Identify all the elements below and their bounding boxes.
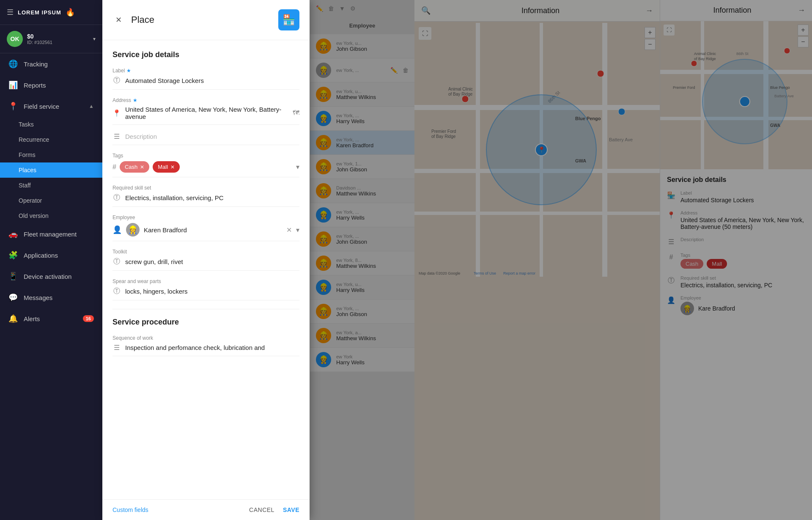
modal-header: ✕ Place 🏪 [102,0,310,40]
description-form-row[interactable]: ☰ Description [112,132,299,145]
employee-field: Employee 👤 👷 Karen Bradford ✕ ▾ [112,215,299,241]
tag-chip-mall: Mall ✕ [153,161,180,173]
spear-wear-row: Ⓣ locks, hingers, lockers [112,287,299,300]
label-field-label: Label ★ [112,68,299,74]
bell-icon: 🔔 [8,314,18,323]
user-info: $0 ID: #102561 [27,33,89,45]
puzzle-icon: 🧩 [8,250,18,260]
footer-actions: CANCEL SAVE [249,506,299,513]
sidebar-item-places[interactable]: Places [0,162,102,178]
device-icon: 📱 [8,272,18,281]
skill-set-label: Required skill set [112,185,299,191]
employee-clear-icon[interactable]: ✕ [286,226,292,234]
sidebar-item-device-activation[interactable]: 📱 Device activation [0,266,102,287]
toolkit-row: Ⓣ screw gun, drill, rivet [112,257,299,271]
chevron-down-icon: ▾ [93,36,96,42]
store-icon: 🏪 [283,14,295,26]
tags-field: Tags # Cash ✕ Mall ✕ ▾ [112,153,299,177]
location-icon: 📍 [8,102,18,111]
employee-avatar: 👷 [126,223,140,237]
logo-emoji: 🔥 [66,8,75,17]
tags-label: Tags [112,153,299,159]
section-divider [112,309,299,309]
service-procedure-title: Service procedure [112,318,299,327]
sequence-row: ☰ Inspection and perfomance check, lubri… [112,344,299,356]
employee-row: 👤 👷 Karen Bradford ✕ ▾ [112,223,299,241]
sidebar-item-messages[interactable]: 💬 Messages [0,287,102,308]
employee-value: Karen Bradford [144,226,282,234]
skill-set-value: Electrics, installation, servicing, PC [125,194,299,201]
employee-dropdown-icon[interactable]: ▾ [296,226,299,234]
avatar: OK [7,31,23,47]
sidebar-item-operator[interactable]: Operator [0,193,102,208]
required-star: ★ [126,68,131,74]
text-icon: Ⓣ [112,76,121,85]
reports-icon: 📊 [8,80,18,90]
map-action-icon[interactable]: 🗺 [293,109,299,117]
address-field: Address ★ 📍 United States of America, Ne… [112,97,299,125]
modal-footer: Custom fields CANCEL SAVE [102,499,310,520]
address-field-label: Address ★ [112,97,299,103]
person-icon: 👤 [112,225,122,234]
toolkit-icon: Ⓣ [112,257,121,266]
messages-icon: 💬 [8,293,18,302]
cancel-button[interactable]: CANCEL [249,506,274,513]
sidebar-item-alerts[interactable]: 🔔 Alerts 16 [0,308,102,329]
user-section[interactable]: OK $0 ID: #102561 ▾ [0,25,102,53]
skill-set-field: Required skill set Ⓣ Electrics, installa… [112,185,299,207]
sidebar-item-fleet-management[interactable]: 🚗 Fleet management [0,223,102,245]
spear-wear-value: locks, hingers, lockers [125,288,299,295]
address-value: United States of America, New York, New … [125,106,288,120]
skill-icon: Ⓣ [112,193,121,202]
sidebar-item-tracking[interactable]: 🌐 Tracking [0,53,102,74]
sidebar-item-recurrence[interactable]: Recurrence [0,132,102,147]
label-form-row: Ⓣ Automated Storage Lockers [112,76,299,90]
sidebar-item-old-version[interactable]: Old version [0,208,102,223]
logo-text: LOREM IPSUM [18,9,61,16]
label-value: Automated Storage Lockers [125,77,299,84]
place-modal: ✕ Place 🏪 Service job details Label ★ Ⓣ [102,0,310,520]
main-content: ✕ Place 🏪 Service job details Label ★ Ⓣ [102,0,812,520]
required-star-2: ★ [133,97,137,103]
label-field: Label ★ Ⓣ Automated Storage Lockers [112,68,299,90]
car-icon: 🚗 [8,229,18,239]
spear-wear-field: Spear and wear parts Ⓣ locks, hingers, l… [112,278,299,300]
tags-dropdown-icon[interactable]: ▾ [296,163,299,171]
hamburger-icon[interactable]: ☰ [7,8,14,17]
sidebar-item-forms[interactable]: Forms [0,147,102,162]
sidebar-item-tasks[interactable]: Tasks [0,117,102,132]
custom-fields-link[interactable]: Custom fields [112,506,148,513]
modal-body: Service job details Label ★ Ⓣ Automated … [102,40,310,499]
description-placeholder: Description [125,133,299,140]
map-pin-icon: 📍 [112,109,121,117]
description-icon: ☰ [112,132,121,140]
tags-row: # Cash ✕ Mall ✕ ▾ [112,161,299,177]
sequence-label: Sequence of work [112,335,299,341]
toolkit-value: screw gun, drill, rivet [125,258,299,265]
sequence-value: Inspection and perfomance check, lubrica… [125,344,299,351]
user-id: ID: #102561 [27,40,89,45]
sidebar-header: ☰ LOREM IPSUM 🔥 [0,0,102,25]
modal-icon: 🏪 [278,9,299,30]
toolkit-label: Toolkit [112,249,299,255]
save-button[interactable]: SAVE [283,506,299,513]
tag-mall-close[interactable]: ✕ [170,164,175,170]
toolkit-field: Toolkit Ⓣ screw gun, drill, rivet [112,249,299,271]
sidebar-item-reports[interactable]: 📊 Reports [0,74,102,96]
globe-icon: 🌐 [8,59,18,69]
sidebar-item-applications[interactable]: 🧩 Applications [0,245,102,266]
sidebar-item-field-service[interactable]: 📍 Field service ▲ [0,96,102,117]
modal-close-button[interactable]: ✕ [112,14,124,26]
skill-set-row: Ⓣ Electrics, installation, servicing, PC [112,193,299,207]
tag-chip-cash: Cash ✕ [120,161,149,173]
description-field: ☰ Description [112,132,299,145]
sequence-icon: ☰ [112,344,121,352]
sidebar-item-staff[interactable]: Staff [0,178,102,193]
spear-wear-icon: Ⓣ [112,287,121,296]
hash-icon: # [112,163,116,171]
service-job-details-title: Service job details [112,50,299,59]
alerts-badge: 16 [83,315,94,322]
modal-overlay: ✕ Place 🏪 Service job details Label ★ Ⓣ [102,0,812,520]
tag-cash-close[interactable]: ✕ [140,164,144,170]
expand-arrow-icon: ▲ [89,103,94,109]
